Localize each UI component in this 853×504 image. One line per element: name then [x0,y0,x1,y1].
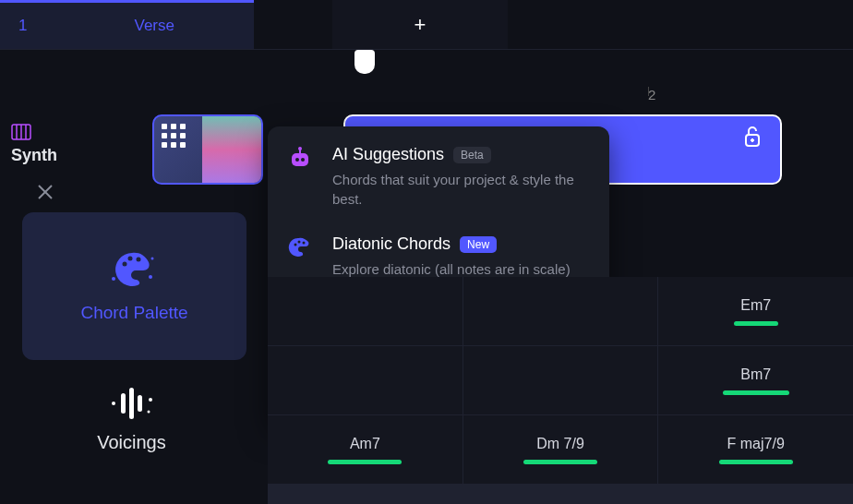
dropdown-item-title: Diatonic Chords [332,234,451,254]
chord-strength-bar [723,390,789,395]
svg-point-18 [112,402,115,405]
grid-icon [162,124,186,148]
chord-grid: Em7 Bm7 Am7 Dm 7/9 F maj7/9 [268,277,853,504]
tabs-bar: 1 Verse + [0,0,853,50]
svg-rect-15 [121,393,126,414]
svg-point-19 [149,398,152,402]
timeline[interactable]: 2 [0,50,853,124]
tab-label: Verse [134,17,174,35]
svg-point-20 [147,411,150,414]
ruler-marker-2: 2 [648,87,655,102]
svg-point-28 [303,242,306,245]
svg-point-10 [127,257,132,261]
dropdown-item-ai-suggestions[interactable]: AI Suggestions Beta Chords that suit you… [288,145,589,209]
chord-cell-am7[interactable]: Am7 [268,415,463,484]
svg-rect-21 [292,153,308,166]
svg-point-12 [112,277,115,281]
svg-rect-17 [138,395,142,412]
chord-cell[interactable] [463,346,658,414]
svg-rect-16 [129,388,134,419]
chord-cell-fmaj79[interactable]: F maj7/9 [658,415,853,484]
synth-icon [11,124,31,145]
new-badge: New [460,236,497,253]
palette-icon [112,249,158,292]
svg-point-26 [294,244,297,246]
chord-cell[interactable] [268,277,463,345]
voicings-icon [108,388,156,423]
chord-strength-bar [734,321,778,326]
chord-cell[interactable] [463,277,658,345]
track-label: Synth [11,146,57,165]
chord-strength-bar [719,460,793,464]
svg-point-14 [149,275,152,279]
svg-point-22 [295,158,299,162]
close-icon[interactable] [35,182,55,206]
chord-strength-bar [328,460,402,464]
voicings-title: Voicings [97,432,166,453]
chord-palette-title: Chord Palette [80,303,187,323]
tab-verse[interactable]: 1 Verse [0,0,254,49]
svg-point-9 [122,262,126,267]
lock-open-icon[interactable] [739,124,765,153]
chord-cell-dm79[interactable]: Dm 7/9 [463,415,658,484]
chord-cell-bm7[interactable]: Bm7 [658,346,853,414]
voicings-card[interactable]: Voicings [0,388,263,453]
plus-icon: + [414,13,426,37]
beta-badge: Beta [453,147,491,163]
chord-palette-card[interactable]: Chord Palette [22,212,246,360]
add-tab-button[interactable]: + [332,0,508,49]
dropdown-item-title: AI Suggestions [332,145,444,164]
tab-number: 1 [18,17,27,35]
svg-point-11 [136,258,140,262]
dropdown-item-desc: Chords that suit your project & style th… [332,170,589,209]
chord-strength-bar [523,460,597,464]
robot-icon [288,145,316,209]
svg-point-13 [150,258,153,260]
svg-point-27 [298,241,301,244]
chord-cell-em7[interactable]: Em7 [658,277,853,345]
svg-point-23 [301,158,305,162]
side-panel: Chord Palette Voicings [0,171,263,453]
playhead[interactable] [365,50,375,74]
svg-point-25 [298,147,302,150]
chord-cell[interactable] [268,346,463,414]
